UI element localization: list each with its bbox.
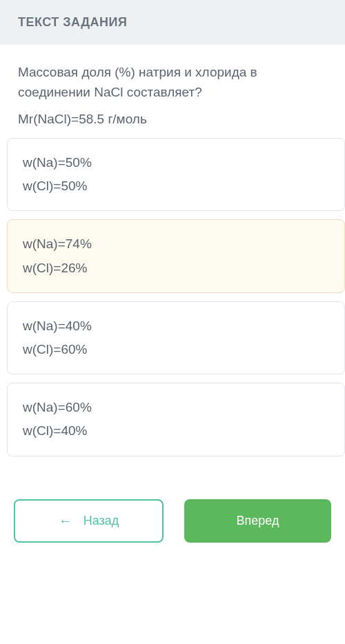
arrow-left-icon: ← (59, 513, 72, 529)
option-3[interactable]: w(Na)=40% w(Cl)=60% (7, 301, 345, 374)
option-line: w(Cl)=50% (23, 174, 329, 198)
forward-label: Вперед (237, 514, 279, 528)
option-line: w(Na)=50% (23, 151, 329, 174)
option-line: w(Na)=60% (23, 396, 329, 419)
option-1[interactable]: w(Na)=50% w(Cl)=50% (7, 138, 345, 211)
option-4[interactable]: w(Na)=60% w(Cl)=40% (7, 383, 345, 456)
question-text: Массовая доля (%) натрия и хлорида в сое… (18, 63, 327, 102)
back-label: Назад (83, 514, 119, 528)
option-line: w(Cl)=26% (23, 256, 329, 280)
header-title: ТЕКСТ ЗАДАНИЯ (18, 15, 127, 29)
question-section: Массовая доля (%) натрия и хлорида в сое… (0, 45, 345, 138)
options-list: w(Na)=50% w(Cl)=50% w(Na)=74% w(Cl)=26% … (0, 138, 345, 456)
forward-button[interactable]: Вперед (184, 499, 331, 543)
nav-buttons: ← Назад Вперед (0, 465, 345, 556)
option-line: w(Cl)=60% (23, 338, 329, 361)
option-2[interactable]: w(Na)=74% w(Cl)=26% (7, 219, 345, 292)
question-formula: Mr(NaCl)=58.5 г/моль (18, 112, 327, 127)
back-button[interactable]: ← Назад (14, 499, 164, 543)
option-line: w(Na)=40% (23, 314, 329, 338)
option-line: w(Cl)=40% (23, 419, 329, 443)
task-header: ТЕКСТ ЗАДАНИЯ (0, 0, 345, 45)
option-line: w(Na)=74% (23, 232, 329, 256)
